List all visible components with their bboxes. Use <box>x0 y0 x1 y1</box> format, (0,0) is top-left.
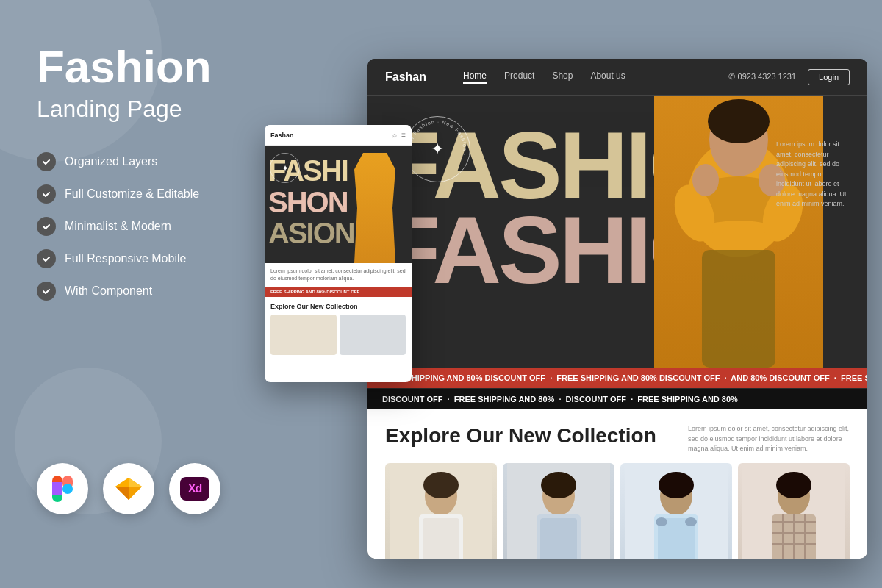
back-nav-links: Home Product Shop About us <box>463 71 706 84</box>
front-card-1 <box>270 315 337 355</box>
svg-text:✦: ✦ <box>282 163 289 173</box>
feature-label-3: Minimalist & Modern <box>65 220 171 233</box>
front-ring-svg: ✦ <box>268 151 301 184</box>
figma-icon <box>52 476 73 502</box>
feature-label-1: Organized Layers <box>65 155 157 168</box>
features-list: Organized Layers Full Customize & Editab… <box>37 152 243 314</box>
check-icon-3 <box>37 217 56 236</box>
front-collection: Explore Our New Collection <box>265 297 412 361</box>
svg-point-19 <box>708 99 770 143</box>
xd-icon: Xd <box>180 477 209 501</box>
sketch-icon-button[interactable] <box>103 463 154 514</box>
ticker-text: FREE SHIPPING AND 80% DISCOUNT OFF · FRE… <box>368 373 867 382</box>
front-ticker: FREE SHIPPING AND 80% DISCOUNT OFF <box>265 287 412 297</box>
front-hero: FASHI SHON ASION ✦ <box>265 146 412 263</box>
model-svg <box>654 96 823 368</box>
desktop-mockup: Fashan Home Product Shop About us ✆ 0923… <box>368 59 867 559</box>
person-svg-1 <box>385 463 497 559</box>
svg-point-44 <box>656 517 667 526</box>
svg-marker-13 <box>115 478 129 487</box>
feature-label-5: With Component <box>65 284 152 298</box>
collection-header-row: Explore Our New Collection Lorem ipsum d… <box>385 424 850 454</box>
main-title: Fashion <box>37 44 243 90</box>
svg-point-50 <box>776 472 811 498</box>
svg-point-23 <box>692 164 719 196</box>
svg-rect-8 <box>52 482 62 495</box>
front-collection-grid <box>270 315 406 355</box>
nav-link-shop[interactable]: Shop <box>552 71 573 84</box>
figma-icon-button[interactable] <box>37 463 88 514</box>
check-icon-1 <box>37 152 56 171</box>
nav-link-product[interactable]: Product <box>504 71 534 84</box>
xd-icon-button[interactable]: Xd <box>169 463 220 514</box>
front-hero-text-3: ASION <box>268 219 354 247</box>
tool-icons: Xd <box>37 463 243 544</box>
svg-point-41 <box>659 472 694 498</box>
svg-rect-20 <box>702 250 775 368</box>
check-icon-4 <box>37 249 56 268</box>
nav-link-home[interactable]: Home <box>463 71 487 84</box>
sketch-icon <box>114 476 143 501</box>
collection-grid <box>385 463 850 559</box>
feature-item-3: Minimalist & Modern <box>37 217 243 236</box>
person-svg-4 <box>738 463 850 559</box>
front-card-2 <box>340 315 406 355</box>
person-svg-3 <box>620 463 732 559</box>
ticker-text-2: DISCOUNT OFF · FREE SHIPPING AND 80% · D… <box>368 395 753 404</box>
collection-section: Explore Our New Collection Lorem ipsum d… <box>368 409 867 559</box>
svg-point-45 <box>685 517 697 526</box>
nav-link-about[interactable]: About us <box>590 71 625 84</box>
collection-card-1 <box>385 463 497 559</box>
preview-area: Fashan Home Product Shop About us ✆ 0923… <box>250 29 882 588</box>
back-navbar: Fashan Home Product Shop About us ✆ 0923… <box>368 59 867 96</box>
feature-item-1: Organized Layers <box>37 152 243 171</box>
left-panel: Fashion Landing Page Organized Layers Fu… <box>0 0 279 588</box>
feature-label-4: Full Responsive Mobile <box>65 252 186 265</box>
front-lorem: Lorem ipsum dolor sit amet, consectetur … <box>265 263 412 287</box>
back-logo: Fashan <box>385 71 426 84</box>
check-icon-5 <box>37 282 56 301</box>
ring-text-svg: New Fashion · New Fashion · <box>404 116 470 182</box>
front-ticker-text: FREE SHIPPING AND 80% DISCOUNT OFF <box>270 290 359 294</box>
front-hero-text-2: SHON <box>268 188 348 216</box>
svg-marker-14 <box>115 487 129 500</box>
front-icons: ⌕ ≡ <box>392 131 406 139</box>
collection-desc: Lorem ipsum dolor sit amet, consectetur … <box>688 424 850 454</box>
svg-marker-15 <box>129 487 142 500</box>
front-lorem-text: Lorem ipsum dolor sit amet, consectetur … <box>270 268 406 282</box>
back-hero: FASHION FASHION ✦ New Fashion · New Fash… <box>368 96 867 368</box>
login-button[interactable]: Login <box>808 69 850 85</box>
hero-model-back <box>654 96 823 368</box>
front-ring: ✦ <box>268 151 301 187</box>
svg-point-34 <box>541 472 576 498</box>
collection-title: Explore Our New Collection <box>385 424 656 448</box>
feature-item-5: With Component <box>37 282 243 301</box>
svg-rect-29 <box>423 518 459 559</box>
collection-card-3 <box>620 463 732 559</box>
collection-card-4 <box>738 463 850 559</box>
ticker-banner-2: DISCOUNT OFF · FREE SHIPPING AND 80% · D… <box>368 389 867 409</box>
svg-point-27 <box>423 472 459 498</box>
person-svg-2 <box>503 463 614 559</box>
front-model <box>345 153 404 263</box>
svg-text:New Fashion · New Fashion ·: New Fashion · New Fashion · <box>407 119 467 157</box>
sub-title: Landing Page <box>37 96 243 123</box>
hero-side-desc-text: Lorem ipsum dolor sit amet, consectetur … <box>776 140 850 209</box>
circular-ring: ✦ New Fashion · New Fashion · <box>404 116 470 182</box>
hero-side-desc: Lorem ipsum dolor sit amet, consectetur … <box>776 140 850 209</box>
front-navbar: Fashan ⌕ ≡ <box>265 125 412 146</box>
svg-rect-36 <box>540 518 577 559</box>
check-icon-2 <box>37 184 56 204</box>
search-icon-front: ⌕ <box>392 131 397 139</box>
collection-card-2 <box>503 463 614 559</box>
back-nav-right: ✆ 0923 4323 1231 Login <box>728 69 850 85</box>
ticker-banner: FREE SHIPPING AND 80% DISCOUNT OFF · FRE… <box>368 368 867 388</box>
front-logo: Fashan <box>270 132 294 139</box>
menu-icon-front: ≡ <box>401 131 406 139</box>
svg-point-9 <box>62 484 73 494</box>
feature-item-4: Full Responsive Mobile <box>37 249 243 268</box>
feature-item-2: Full Customize & Editable <box>37 184 243 204</box>
feature-label-2: Full Customize & Editable <box>65 187 199 201</box>
front-collection-title: Explore Our New Collection <box>270 303 406 310</box>
phone-number: ✆ 0923 4323 1231 <box>728 72 796 82</box>
